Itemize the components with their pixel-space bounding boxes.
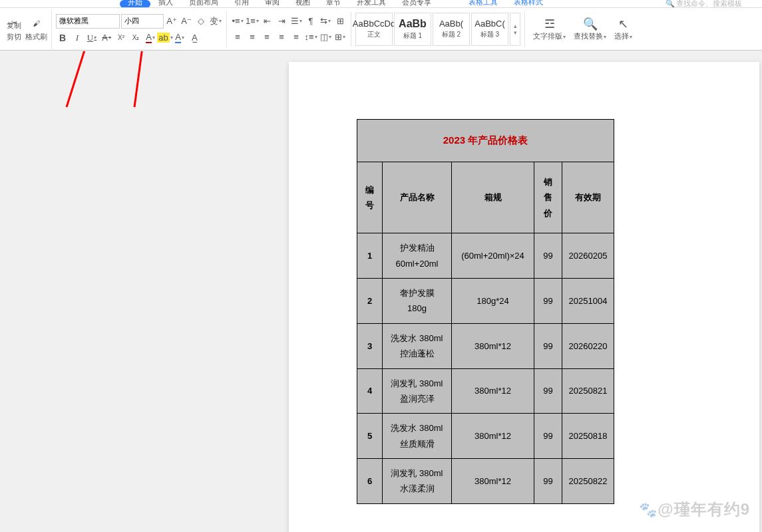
cell-no[interactable]: 1 bbox=[357, 233, 383, 279]
cell-spec[interactable]: 380ml*12 bbox=[452, 414, 534, 459]
col-header-name[interactable]: 产品名称 bbox=[383, 162, 452, 233]
cell-name[interactable]: 洗发水 380ml丝质顺滑 bbox=[383, 414, 452, 459]
char-border-button[interactable]: A̲ bbox=[188, 31, 201, 45]
copy-button[interactable]: 复制 bbox=[7, 21, 21, 31]
cell-name[interactable]: 洗发水 380ml控油蓬松 bbox=[383, 323, 452, 368]
select-button[interactable]: ↖ 选择 bbox=[610, 15, 636, 43]
cell-no[interactable]: 5 bbox=[357, 414, 383, 459]
table-row[interactable]: 5洗发水 380ml丝质顺滑380ml*129920250818 bbox=[357, 414, 614, 459]
cell-spec[interactable]: 380ml*12 bbox=[452, 459, 534, 504]
tab-references[interactable]: 引用 bbox=[226, 0, 257, 8]
cell-price[interactable]: 99 bbox=[534, 323, 562, 368]
italic-button[interactable]: I bbox=[71, 31, 84, 45]
cell-price[interactable]: 99 bbox=[534, 368, 562, 414]
table-row[interactable]: 2奢护发膜180g180g*249920251004 bbox=[357, 278, 614, 323]
tab-table-styles[interactable]: 表格样式 bbox=[506, 0, 551, 8]
tab-insert[interactable]: 插入 bbox=[150, 0, 181, 8]
align-right-button[interactable]: ≡ bbox=[260, 31, 274, 44]
table-row[interactable]: 6润发乳 380ml水漾柔润380ml*129920250822 bbox=[357, 459, 614, 504]
line-spacing-button[interactable]: ↕≡ bbox=[304, 31, 317, 44]
tab-sections[interactable]: 章节 bbox=[318, 0, 349, 8]
cell-price[interactable]: 99 bbox=[534, 459, 562, 504]
cell-date[interactable]: 20250822 bbox=[562, 459, 614, 504]
tab-pagelayout[interactable]: 页面布局 bbox=[181, 0, 226, 8]
bold-button[interactable]: B bbox=[56, 31, 69, 45]
tab-table-tools[interactable]: 表格工具 bbox=[461, 0, 506, 8]
superscript-button[interactable]: X² bbox=[114, 31, 128, 45]
cell-no[interactable]: 4 bbox=[357, 368, 383, 414]
tabs-button[interactable]: ⇆ bbox=[319, 15, 332, 28]
cell-spec[interactable]: 180g*24 bbox=[452, 278, 534, 323]
cell-no[interactable]: 6 bbox=[357, 459, 383, 504]
style-heading1[interactable]: AaBb 标题 1 bbox=[394, 13, 431, 46]
document-page[interactable]: 2023 年产品价格表 编号 产品名称 箱规 销售价 有效期 1护发精油60ml… bbox=[289, 62, 759, 532]
tab-view[interactable]: 视图 bbox=[287, 0, 318, 8]
cell-date[interactable]: 20250821 bbox=[562, 368, 614, 414]
borders-button[interactable]: ⊞ bbox=[333, 31, 347, 44]
cell-date[interactable]: 20260205 bbox=[562, 233, 614, 279]
paragraph-group: •≡ 1≡ ⇤ ⇥ ☰ ¶ ⇆ ⊞ ≡ ≡ ≡ ≡ ≡ ↕≡ ◫ ⊞ bbox=[227, 12, 351, 47]
numbering-button[interactable]: 1≡ bbox=[246, 15, 259, 28]
cell-spec[interactable]: 380ml*12 bbox=[452, 323, 534, 368]
cell-name[interactable]: 护发精油60ml+20ml bbox=[383, 233, 452, 279]
col-header-date[interactable]: 有效期 bbox=[562, 162, 614, 233]
increase-indent-button[interactable]: ⇥ bbox=[275, 15, 288, 28]
tab-member[interactable]: 会员专享 bbox=[394, 0, 439, 8]
cell-price[interactable]: 99 bbox=[534, 233, 562, 279]
styles-scroll[interactable]: ▴▾ bbox=[510, 13, 520, 46]
cell-name[interactable]: 润发乳 380ml盈润亮泽 bbox=[383, 368, 452, 414]
command-search[interactable]: 🔍查找命令、搜索模板 bbox=[666, 0, 742, 8]
font-name-input[interactable] bbox=[56, 14, 120, 29]
clear-formatting-button[interactable]: ◇ bbox=[194, 15, 208, 28]
cell-name[interactable]: 奢护发膜180g bbox=[383, 278, 452, 323]
col-header-spec[interactable]: 箱规 bbox=[452, 162, 534, 233]
col-header-no[interactable]: 编号 bbox=[357, 162, 383, 233]
cell-price[interactable]: 99 bbox=[534, 414, 562, 459]
table-row[interactable]: 3洗发水 380ml控油蓬松380ml*129920260220 bbox=[357, 323, 614, 368]
tab-home[interactable]: 开始 bbox=[120, 0, 150, 8]
price-table[interactable]: 2023 年产品价格表 编号 产品名称 箱规 销售价 有效期 1护发精油60ml… bbox=[357, 119, 614, 504]
table-row[interactable]: 1护发精油60ml+20ml(60ml+20ml)×249920260205 bbox=[357, 233, 614, 279]
find-replace-button[interactable]: 🔍 查找替换 bbox=[570, 15, 610, 43]
shading-button[interactable]: ◫ bbox=[319, 31, 332, 44]
font-size-input[interactable] bbox=[121, 14, 164, 29]
cell-date[interactable]: 20260220 bbox=[562, 323, 614, 368]
underline-button[interactable]: U bbox=[85, 31, 98, 45]
cell-spec[interactable]: 380ml*12 bbox=[452, 368, 534, 414]
sort-button[interactable]: ☰ bbox=[289, 15, 303, 28]
style-heading2[interactable]: AaBb( 标题 2 bbox=[433, 13, 470, 46]
change-case-button[interactable]: 变 bbox=[209, 15, 222, 28]
text-direction-button[interactable]: ☲ 文字排版 bbox=[529, 15, 570, 43]
cell-no[interactable]: 2 bbox=[357, 278, 383, 323]
tab-review[interactable]: 审阅 bbox=[257, 0, 287, 8]
font-color-button[interactable]: A bbox=[144, 31, 157, 45]
cell-no[interactable]: 3 bbox=[357, 323, 383, 368]
ruler-button[interactable]: ⊞ bbox=[333, 15, 347, 28]
increase-font-button[interactable]: A⁺ bbox=[165, 15, 178, 28]
cell-name[interactable]: 润发乳 380ml水漾柔润 bbox=[383, 459, 452, 504]
highlight-button[interactable]: ab bbox=[158, 31, 172, 45]
text-effects-button[interactable]: A bbox=[173, 31, 186, 45]
subscript-button[interactable]: X₂ bbox=[129, 31, 142, 45]
cell-date[interactable]: 20250818 bbox=[562, 414, 614, 459]
align-distribute-button[interactable]: ≡ bbox=[289, 31, 303, 44]
align-left-button[interactable]: ≡ bbox=[231, 31, 244, 44]
style-heading3[interactable]: AaBbC( 标题 3 bbox=[471, 13, 508, 46]
document-canvas[interactable]: 2023 年产品价格表 编号 产品名称 箱规 销售价 有效期 1护发精油60ml… bbox=[0, 51, 762, 532]
align-center-button[interactable]: ≡ bbox=[246, 31, 259, 44]
tab-devtools[interactable]: 开发工具 bbox=[349, 0, 394, 8]
bullets-button[interactable]: •≡ bbox=[231, 15, 244, 28]
style-normal[interactable]: AaBbCcDd 正文 bbox=[355, 13, 393, 46]
col-header-price[interactable]: 销售价 bbox=[534, 162, 562, 233]
table-row[interactable]: 4润发乳 380ml盈润亮泽380ml*129920250821 bbox=[357, 368, 614, 414]
cell-spec[interactable]: (60ml+20ml)×24 bbox=[452, 233, 534, 279]
show-marks-button[interactable]: ¶ bbox=[304, 15, 317, 28]
table-title[interactable]: 2023 年产品价格表 bbox=[357, 120, 614, 162]
align-justify-button[interactable]: ≡ bbox=[275, 31, 288, 44]
decrease-indent-button[interactable]: ⇤ bbox=[260, 15, 274, 28]
cell-price[interactable]: 99 bbox=[534, 278, 562, 323]
cell-date[interactable]: 20251004 bbox=[562, 278, 614, 323]
strikethrough-button[interactable]: A bbox=[100, 31, 113, 45]
format-painter-button[interactable]: 🖌 格式刷 bbox=[25, 16, 47, 42]
decrease-font-button[interactable]: A⁻ bbox=[180, 15, 193, 28]
